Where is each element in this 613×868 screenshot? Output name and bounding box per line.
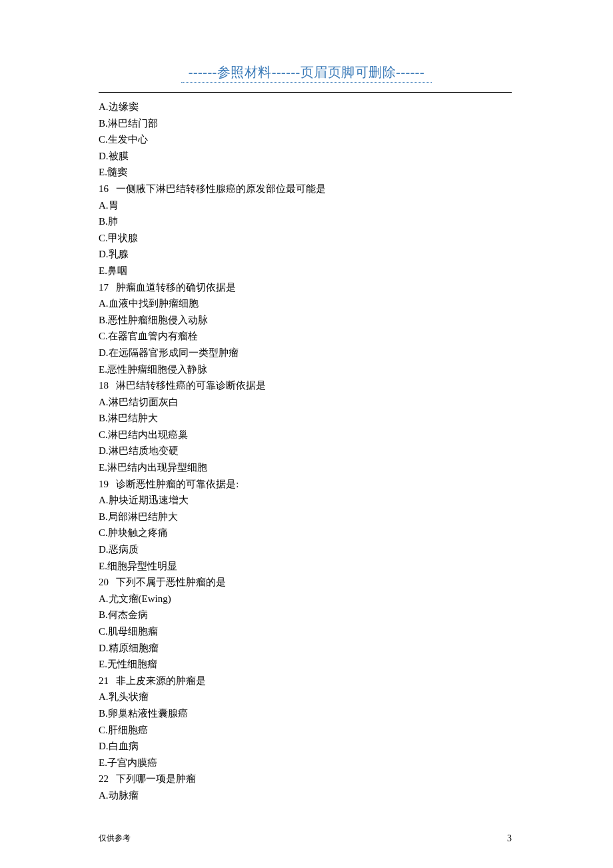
text-line: D.被膜 bbox=[99, 148, 512, 165]
text-line: B.卵巢粘液性囊腺癌 bbox=[99, 705, 512, 722]
text-line: A.血液中找到肿瘤细胞 bbox=[99, 295, 512, 312]
text-line: B.肺 bbox=[99, 213, 512, 230]
text-line: C.肿块触之疼痛 bbox=[99, 525, 512, 541]
text-line: A.乳头状瘤 bbox=[99, 689, 512, 705]
text-line: D.恶病质 bbox=[99, 541, 512, 558]
text-line: B.恶性肿瘤细胞侵入动脉 bbox=[99, 312, 512, 329]
text-line: E.鼻咽 bbox=[99, 263, 512, 279]
text-line: 19 诊断恶性肿瘤的可靠依据是: bbox=[99, 476, 512, 493]
text-line: 22 下列哪一项是肿瘤 bbox=[99, 771, 512, 787]
text-line: A.淋巴结切面灰白 bbox=[99, 394, 512, 411]
text-line: A.尤文瘤(Ewing) bbox=[99, 591, 512, 607]
text-line: E.细胞异型性明显 bbox=[99, 558, 512, 575]
text-line: C.肌母细胞瘤 bbox=[99, 623, 512, 640]
text-line: E.子宫内膜癌 bbox=[99, 755, 512, 771]
text-line: B.淋巴结门部 bbox=[99, 115, 512, 132]
text-line: E.髓窦 bbox=[99, 164, 512, 181]
text-line: 21 非上皮来源的肿瘤是 bbox=[99, 673, 512, 689]
text-line: A.动脉瘤 bbox=[99, 787, 512, 804]
text-line: D.白血病 bbox=[99, 738, 512, 755]
text-line: D.乳腺 bbox=[99, 246, 512, 263]
text-line: 20 下列不属于恶性肿瘤的是 bbox=[99, 574, 512, 591]
text-line: D.精原细胞瘤 bbox=[99, 640, 512, 657]
text-line: B.淋巴结肿大 bbox=[99, 410, 512, 427]
header-underline bbox=[181, 81, 432, 83]
text-line: B.何杰金病 bbox=[99, 607, 512, 623]
text-line: C.生发中心 bbox=[99, 131, 512, 148]
text-line: A.边缘窦 bbox=[99, 99, 512, 115]
text-line: 18 淋巴结转移性癌的可靠诊断依据是 bbox=[99, 377, 512, 394]
text-line: A.肿块近期迅速增大 bbox=[99, 492, 512, 509]
text-line: D.在远隔器官形成同一类型肿瘤 bbox=[99, 345, 512, 361]
text-line: C.肝细胞癌 bbox=[99, 722, 512, 739]
text-line: D.淋巴结质地变硬 bbox=[99, 443, 512, 459]
text-line: 16 一侧腋下淋巴结转移性腺癌的原发部位最可能是 bbox=[99, 181, 512, 197]
text-line: E.恶性肿瘤细胞侵入静脉 bbox=[99, 361, 512, 378]
horizontal-rule bbox=[99, 92, 512, 93]
text-line: C.在器官血管内有瘤栓 bbox=[99, 328, 512, 345]
text-line: 17 肿瘤血道转移的确切依据是 bbox=[99, 279, 512, 296]
text-line: A.胃 bbox=[99, 197, 512, 214]
text-line: C.淋巴结内出现癌巢 bbox=[99, 427, 512, 443]
text-line: E.淋巴结内出现异型细胞 bbox=[99, 459, 512, 476]
text-line: E.无性细胞瘤 bbox=[99, 656, 512, 673]
page-number: 3 bbox=[507, 833, 512, 844]
text-line: B.局部淋巴结肿大 bbox=[99, 509, 512, 525]
footer-note: 仅供参考 bbox=[99, 833, 131, 844]
text-line: C.甲状腺 bbox=[99, 230, 512, 247]
document-body: A.边缘窦 B.淋巴结门部 C.生发中心 D.被膜 E.髓窦 16 一侧腋下淋巴… bbox=[99, 99, 512, 804]
page-header: ------参照材料------页眉页脚可删除------ bbox=[0, 63, 613, 81]
